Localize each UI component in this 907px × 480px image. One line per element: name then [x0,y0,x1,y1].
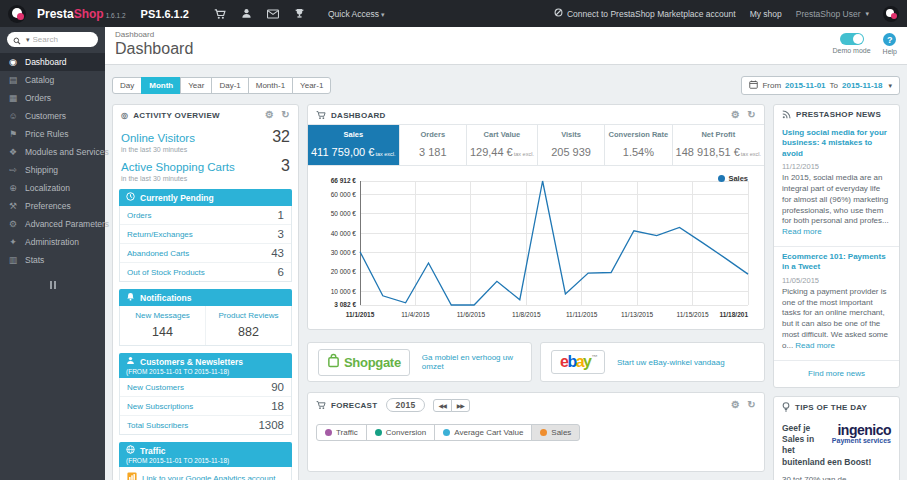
panel-refresh-icon[interactable]: ↻ [747,400,756,410]
shopgate-link[interactable]: Ga mobiel en verhoog uw omzet [422,353,521,371]
svg-text:50 000 €: 50 000 € [331,210,357,217]
tab-year-1[interactable]: Year-1 [292,77,331,94]
marketplace-link[interactable]: Connect to PrestaShop Marketplace accoun… [554,8,736,19]
customers-icon: ☺ [8,111,18,121]
svg-text:66 912 €: 66 912 € [331,177,357,184]
currently-pending-header: Currently Pending [119,189,292,206]
tab-month[interactable]: Month [141,77,181,94]
user-icon [126,356,135,367]
tab-day-1[interactable]: Day-1 [211,77,248,94]
shopgate-logo[interactable]: Shopgate [318,349,410,376]
panel-refresh-icon[interactable]: ↻ [281,110,290,120]
prestashop-news-panel: PRESTASHOP NEWS Using social media for y… [773,104,900,388]
svg-text:3 082 €: 3 082 € [334,301,356,308]
quick-access-menu[interactable]: Quick Access▾ [328,9,385,19]
forecast-legend-average-cart-value[interactable]: Average Cart Value [434,424,532,441]
demo-mode-toggle[interactable] [840,33,864,45]
messages-icon[interactable] [267,9,279,19]
sidebar-search[interactable]: ▾ [7,32,98,47]
ebay-logo[interactable]: ebay™ [551,350,605,374]
google-analytics-link[interactable]: Link to your Google Analytics account [119,467,292,480]
user-menu[interactable]: PrestaShop User▾ [796,9,869,19]
panel-settings-icon[interactable]: ⚙ [731,400,740,410]
tips-text: 30 tot 70% van de consumenten in Europa … [782,474,891,480]
shop-name-link[interactable]: PS1.6.1.2 [141,8,189,20]
forecast-legend: Traffic Conversion Average Cart Value Sa… [316,424,580,441]
search-scope-caret-icon[interactable]: ▾ [26,36,30,44]
sidebar-item-stats[interactable]: ▥Stats [0,251,105,269]
sidebar-item-orders[interactable]: ▦Orders [0,89,105,107]
product-reviews-cell[interactable]: Product Reviews882 [206,306,291,345]
forecast-next-button[interactable]: ▶▶ [451,399,470,412]
sidebar-menu: ◉Dashboard ▤Catalog ▦Orders ☺Customers ⚑… [0,53,105,269]
kpi-orders[interactable]: Orders3 181 [400,125,467,165]
date-range-button[interactable]: From 2015-11-01 To 2015-11-18 ▾ [741,76,900,95]
ebay-link[interactable]: Start uw eBay-winkel vandaag [617,358,725,367]
find-more-news-link[interactable]: Find more news [774,361,899,387]
news-article-title[interactable]: Ecommerce 101: Payments in a Tweet [782,252,891,273]
tab-month-1[interactable]: Month-1 [248,77,293,94]
sales-line-chart: 11/1/201511/4/201511/6/201511/8/201511/1… [314,169,758,321]
panel-settings-icon[interactable]: ⚙ [265,110,274,120]
online-visitors-link[interactable]: Online Visitors [121,132,195,144]
chart-legend[interactable]: Sales [718,174,748,183]
help-button[interactable]: ? [883,33,896,46]
svg-text:11/6/2015: 11/6/2015 [457,311,486,318]
sidebar-item-preferences[interactable]: ⚒Preferences [0,197,105,215]
customers-icon[interactable] [241,8,252,19]
sidebar-item-advanced-parameters[interactable]: ⚙Advanced Parameters [0,215,105,233]
legend-dot-icon [325,429,332,436]
panel-refresh-icon[interactable]: ↻ [747,110,756,120]
legend-dot-icon [718,175,725,182]
page-title: Dashboard [115,40,193,58]
prestashop-logo[interactable] [8,5,26,23]
sidebar-item-customers[interactable]: ☺Customers [0,107,105,125]
sidebar-item-price-rules[interactable]: ⚑Price Rules [0,125,105,143]
svg-text:11/13/2015: 11/13/2015 [621,311,653,318]
forecast-legend-sales[interactable]: Sales [531,424,580,441]
list-item: Orders1 [120,206,291,225]
news-article-title[interactable]: Using social media for your business: 4 … [782,128,891,159]
sidebar-item-administration[interactable]: ✦Administration [0,233,105,251]
topbar: PrestaShop1.6.1.2 PS1.6.1.2 Quick Access… [0,0,907,27]
new-messages-cell[interactable]: New Messages144 [120,306,206,345]
tab-day[interactable]: Day [112,77,142,94]
cart-icon[interactable] [214,8,226,20]
search-input[interactable] [33,35,92,44]
tab-year[interactable]: Year [180,77,212,94]
forecast-legend-traffic[interactable]: Traffic [316,424,367,441]
forecast-year-pill[interactable]: 2015 [386,398,424,412]
stats-icon: ▥ [8,255,18,265]
list-item: New Subscriptions18 [120,397,291,416]
kpi-visits[interactable]: Visits205 939 [538,125,605,165]
dashboard-panel: DASHBOARD ⚙ ↻ Sales411 759,00 €tax excl.… [307,104,765,330]
sidebar-collapse-button[interactable] [50,281,56,289]
sidebar-item-catalog[interactable]: ▤Catalog [0,71,105,89]
kpi-net-profit[interactable]: Net Profit148 918,51 €tax excl. [673,125,764,165]
kpi-cart-value[interactable]: Cart Value129,44 €tax excl. [467,125,538,165]
active-carts-link[interactable]: Active Shopping Carts [121,161,235,173]
my-shop-link[interactable]: My shop [750,9,782,19]
tips-panel-title: TIPS OF THE DAY [795,403,867,412]
kpi-sales[interactable]: Sales411 759,00 €tax excl. [308,125,400,165]
read-more-link[interactable]: Read more [782,227,822,236]
sidebar-item-localization[interactable]: ⊕Localization [0,179,105,197]
sales-chart: 11/1/201511/4/201511/6/201511/8/201511/1… [308,166,764,329]
forecast-prev-button[interactable]: ◀◀ [433,399,452,412]
read-more-link[interactable]: Read more [795,341,835,350]
trophy-icon[interactable] [294,8,305,19]
kpi-conversion-rate[interactable]: Conversion Rate1.54% [605,125,672,165]
sidebar-item-dashboard[interactable]: ◉Dashboard [0,53,105,71]
modules-icon: ❖ [8,147,18,157]
legend-dot-icon [375,429,382,436]
sidebar-item-shipping[interactable]: ⇨Shipping [0,161,105,179]
svg-text:11/1/2015: 11/1/2015 [346,311,375,318]
list-item: Return/Exchanges3 [120,225,291,244]
ingenico-logo[interactable]: ingenico Payment services [825,423,891,445]
breadcrumb[interactable]: Dashboard [115,30,193,39]
sidebar-item-modules[interactable]: ❖Modules and Services [0,143,105,161]
legend-dot-icon [540,429,547,436]
user-avatar[interactable] [883,6,899,22]
panel-settings-icon[interactable]: ⚙ [731,110,740,120]
forecast-legend-conversion[interactable]: Conversion [366,424,435,441]
